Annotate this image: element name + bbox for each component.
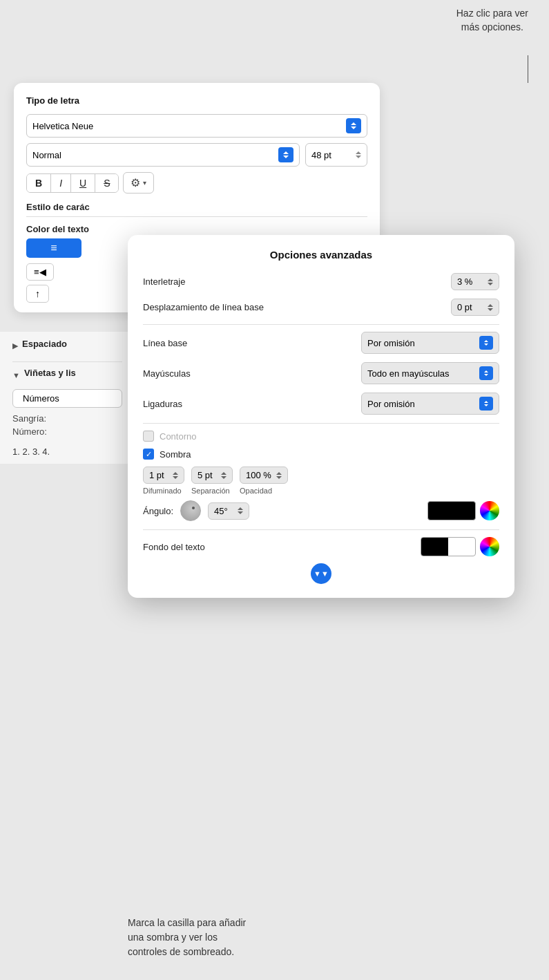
bold-button[interactable]: B <box>27 174 51 192</box>
fondo-row: Fondo del texto <box>143 537 499 556</box>
style-arrow-up-icon <box>283 151 289 154</box>
interletraje-label: Interletraje <box>143 276 451 287</box>
expand-button[interactable]: ▼ <box>311 563 331 584</box>
linea-base-label: Línea base <box>143 338 361 348</box>
difuminado-input[interactable]: 1 pt <box>143 467 184 484</box>
baseline-label: Desplazamiento de línea base <box>143 302 451 312</box>
shadow-color-picker[interactable] <box>480 501 499 520</box>
tooltip-bottom: Marca la casilla para añadir una sombra … <box>128 916 363 959</box>
linea-down-icon <box>484 343 488 346</box>
difuminado-down-icon[interactable] <box>173 476 178 479</box>
angle-row: Ángulo: 45° <box>143 500 499 521</box>
separacion-input[interactable]: 5 pt <box>191 467 233 484</box>
font-section-title: Tipo de letra <box>26 95 367 106</box>
size-arrow-down-icon <box>356 156 361 158</box>
font-style-stepper[interactable] <box>278 147 293 162</box>
opacidad-down-icon[interactable] <box>276 476 282 479</box>
sangria-label: Sangría: <box>12 413 122 424</box>
separacion-down-icon[interactable] <box>221 476 227 479</box>
ligaduras-label: Ligaduras <box>143 399 361 409</box>
shadow-controls-row: 1 pt Difuminado 5 pt Separación 10 <box>143 467 499 495</box>
numero-label: Número: <box>12 426 122 437</box>
angulo-up-icon[interactable] <box>238 507 243 510</box>
font-family-select[interactable]: Helvetica Neue <box>26 114 367 138</box>
text-color-swatch[interactable]: ≡ <box>26 238 81 258</box>
arrow-up-icon <box>351 122 356 125</box>
baseline-down-icon[interactable] <box>488 308 493 311</box>
opacidad-stepper[interactable] <box>276 472 282 479</box>
ligaduras-up-icon <box>484 401 488 403</box>
angulo-stepper[interactable] <box>238 507 243 514</box>
font-family-row: Helvetica Neue <box>26 114 367 138</box>
fondo-label: Fondo del texto <box>143 542 421 552</box>
baseline-stepper[interactable] <box>488 304 493 311</box>
baseline-input[interactable]: 0 pt <box>451 299 499 316</box>
italic-button[interactable]: I <box>51 174 71 192</box>
interletraje-up-icon[interactable] <box>488 279 493 281</box>
align-button[interactable]: ≡◀ <box>26 263 54 281</box>
mayusculas-stepper[interactable] <box>479 366 493 380</box>
contorno-row: Contorno <box>143 431 499 442</box>
angulo-label: Ángulo: <box>143 506 173 516</box>
interletraje-input[interactable]: 3 % <box>451 273 499 290</box>
linea-base-select[interactable]: Por omisión <box>361 332 499 354</box>
linea-base-row: Línea base Por omisión <box>143 332 499 354</box>
numeros-button[interactable]: Números <box>12 389 122 408</box>
font-size-select[interactable]: 48 pt <box>305 143 367 167</box>
divider1 <box>143 324 499 325</box>
angulo-down-icon[interactable] <box>238 511 243 514</box>
interletraje-down-icon[interactable] <box>488 283 493 285</box>
color-label: Color del texto <box>26 224 367 234</box>
separacion-up-icon[interactable] <box>221 472 227 475</box>
align-center-icon: ≡ <box>50 242 57 254</box>
tooltip-line <box>528 55 528 83</box>
shadow-color-group <box>427 501 499 520</box>
fondo-swatch[interactable] <box>421 537 476 556</box>
opacidad-up-icon[interactable] <box>276 472 282 475</box>
chevron-down-icon: ▼ <box>12 371 20 379</box>
strikethrough-button[interactable]: S <box>95 174 118 192</box>
ligaduras-select[interactable]: Por omisión <box>361 393 499 415</box>
interletraje-row: Interletraje 3 % <box>143 273 499 290</box>
baseline-up-icon[interactable] <box>488 304 493 307</box>
gear-chevron-icon: ▾ <box>143 179 146 187</box>
interletraje-stepper[interactable] <box>488 279 493 285</box>
mayusculas-label: Mayúsculas <box>143 368 361 379</box>
fondo-color-picker[interactable] <box>480 537 499 556</box>
mayusculas-row: Mayúsculas Todo en mayúsculas <box>143 362 499 384</box>
angulo-input[interactable]: 45° <box>208 502 249 520</box>
tooltip-top: Haz clic para ver más opciones. <box>456 7 528 34</box>
expand-chevron-icon: ▼ <box>314 569 321 578</box>
contorno-checkbox[interactable] <box>143 431 154 442</box>
arrow-down-icon <box>351 126 356 129</box>
ligaduras-stepper[interactable] <box>479 397 493 411</box>
char-style-label: Estilo de carác <box>26 202 367 212</box>
linea-up-icon <box>484 340 488 342</box>
sombra-row: Sombra <box>143 449 499 460</box>
mayusculas-up-icon <box>484 370 488 373</box>
opacidad-input[interactable]: 100 % <box>240 467 288 484</box>
mayusculas-down-icon <box>484 374 488 376</box>
shadow-color-swatch[interactable] <box>427 501 476 520</box>
gear-button[interactable]: ⚙ ▾ <box>123 172 154 194</box>
font-style-select[interactable]: Normal <box>26 143 300 167</box>
sombra-checkbox[interactable] <box>143 449 154 460</box>
difuminado-stepper[interactable] <box>173 472 178 479</box>
linea-base-stepper[interactable] <box>479 336 493 350</box>
sombra-label: Sombra <box>160 449 499 460</box>
format-buttons-row: B I U S ⚙ ▾ <box>26 172 367 194</box>
fondo-color-group <box>421 537 499 556</box>
advanced-title: Opciones avanzadas <box>143 249 499 261</box>
angle-knob[interactable] <box>180 500 201 521</box>
separacion-stepper[interactable] <box>221 472 227 479</box>
font-family-stepper[interactable] <box>346 118 361 133</box>
ligaduras-row: Ligaduras Por omisión <box>143 393 499 415</box>
font-style-size-row: Normal 48 pt <box>26 143 367 167</box>
mayusculas-select[interactable]: Todo en mayúsculas <box>361 362 499 384</box>
chevron-right-icon: ▶ <box>12 341 18 350</box>
indent-button[interactable]: ↑ <box>26 285 49 303</box>
ligaduras-down-icon <box>484 404 488 406</box>
format-button-group: B I U S <box>26 173 119 193</box>
underline-button[interactable]: U <box>71 174 95 192</box>
difuminado-up-icon[interactable] <box>173 472 178 475</box>
